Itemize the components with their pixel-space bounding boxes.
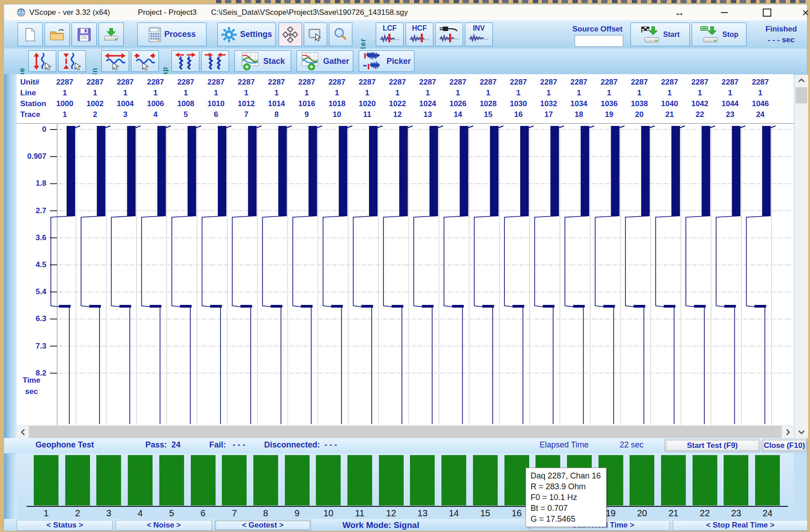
gather-button[interactable]: Gather bbox=[297, 50, 353, 72]
inv-filter-button[interactable]: INV bbox=[465, 22, 493, 46]
stack-button[interactable]: Stack bbox=[234, 50, 291, 72]
geophone-channel-bar[interactable] bbox=[693, 455, 717, 505]
geophone-channel-bar[interactable] bbox=[347, 455, 372, 505]
geophone-channel-bar[interactable] bbox=[65, 455, 90, 505]
close-test-button[interactable]: Close (F10) bbox=[762, 439, 807, 452]
gap-expand-icon bbox=[174, 52, 197, 70]
process-button[interactable]: Process bbox=[137, 22, 207, 46]
save-button[interactable] bbox=[72, 22, 97, 46]
trace-header-station-value: 1010 bbox=[201, 98, 231, 109]
geophone-channel-bar[interactable] bbox=[379, 455, 404, 505]
scroll-right-button[interactable] bbox=[782, 426, 794, 438]
geophone-channel-bar[interactable] bbox=[222, 455, 247, 505]
time-compress-button[interactable] bbox=[58, 50, 86, 72]
gain-decrease-button[interactable] bbox=[131, 50, 159, 72]
trace-header-line-value: 1 bbox=[594, 88, 624, 98]
gap-compress-button[interactable] bbox=[201, 50, 229, 72]
scroll-down-button[interactable] bbox=[795, 426, 808, 438]
trace-header-station-value: 1030 bbox=[504, 98, 533, 109]
geophone-channel-bar[interactable] bbox=[630, 455, 654, 505]
scroll-left-button[interactable] bbox=[17, 426, 29, 438]
display-toolbar: Time Gain Gap Stack bbox=[4, 49, 807, 75]
picker-button[interactable]: Picker bbox=[359, 50, 414, 72]
geophone-channel-bar[interactable] bbox=[724, 455, 748, 505]
scroll-up-button[interactable] bbox=[795, 75, 808, 86]
channel-number-label: 11 bbox=[347, 508, 372, 519]
finished-value: - - - sec bbox=[755, 35, 808, 45]
lcf-label: LCF bbox=[382, 25, 396, 32]
maximize-button[interactable] bbox=[756, 4, 777, 20]
geophone-channel-bar[interactable] bbox=[159, 455, 184, 505]
start-button[interactable]: Start bbox=[630, 22, 690, 46]
resize-icon[interactable]: ↔ bbox=[669, 4, 690, 20]
select-tool-button[interactable] bbox=[304, 22, 327, 46]
hcf-filter-button[interactable]: HCF bbox=[405, 22, 433, 46]
geotest-button[interactable]: < Geotest > bbox=[215, 520, 311, 531]
channel-number-label: 13 bbox=[410, 508, 435, 519]
zoom-tool-button[interactable] bbox=[329, 22, 352, 46]
gain-increase-button[interactable] bbox=[101, 50, 129, 72]
pan-arrows-icon bbox=[283, 27, 298, 43]
trace-header-line-value: 1 bbox=[504, 88, 533, 98]
trace-header-unit-value: 2287 bbox=[80, 77, 110, 88]
trace-header-line-value: 1 bbox=[201, 88, 231, 98]
trace-header-station-value: 1018 bbox=[322, 98, 352, 109]
open-folder-icon bbox=[50, 28, 65, 41]
export-button[interactable] bbox=[99, 22, 124, 46]
geophone-channel-bar[interactable] bbox=[441, 455, 466, 505]
close-button[interactable]: × bbox=[795, 4, 810, 20]
status-button[interactable]: < Status > bbox=[17, 520, 113, 531]
geophone-channel-bar[interactable] bbox=[191, 455, 216, 505]
trace-header-trace-value: 13 bbox=[413, 109, 442, 120]
power-filter-button[interactable] bbox=[435, 22, 463, 46]
stop-real-time-button[interactable]: < Stop Real Time > bbox=[673, 520, 808, 531]
geophone-channel-bar[interactable] bbox=[473, 455, 498, 505]
minimize-button[interactable] bbox=[714, 4, 735, 20]
geophone-channel-bar[interactable] bbox=[128, 455, 153, 505]
trace-header-unit-value: 2287 bbox=[322, 77, 352, 88]
geophone-channel-bar[interactable] bbox=[755, 455, 780, 505]
trace-header-line-value: 1 bbox=[110, 88, 140, 98]
open-file-button[interactable] bbox=[45, 22, 70, 46]
trace-header-line-value: 1 bbox=[141, 88, 171, 98]
vertical-scrollbar[interactable] bbox=[795, 75, 808, 438]
geophone-channel-bar[interactable] bbox=[316, 455, 341, 505]
hcf-label: HCF bbox=[412, 25, 427, 32]
stop-button[interactable]: Stop bbox=[692, 22, 747, 46]
geophone-channel-bar[interactable] bbox=[253, 455, 278, 505]
channel-number-label: 9 bbox=[285, 508, 310, 519]
vertical-scroll-thumb[interactable] bbox=[796, 87, 807, 103]
seismic-trace-display[interactable]: 00.9071.82.73.64.55.46.37.38.2 Time sec bbox=[17, 123, 794, 425]
geophone-test-bar: Geophone Test Pass: 24 Fail: - - - Disco… bbox=[4, 438, 807, 454]
noise-button[interactable]: < Noise > bbox=[116, 520, 212, 531]
project-name: Project - Project3 bbox=[138, 8, 197, 17]
finished-label: Finished bbox=[755, 24, 808, 35]
channel-number-label: 10 bbox=[316, 508, 341, 519]
start-test-button[interactable]: Start Test (F9) bbox=[665, 439, 760, 452]
gain-increase-icon bbox=[104, 52, 126, 70]
trace-header-station-value: 1036 bbox=[594, 98, 624, 109]
trace-header-line-value: 1 bbox=[625, 88, 654, 98]
horizontal-scrollbar[interactable] bbox=[17, 426, 794, 438]
tooltip-resistance: R = 283.9 Ohm bbox=[531, 481, 602, 492]
geophone-channel-bar[interactable] bbox=[661, 455, 686, 505]
geophone-channel-bar[interactable] bbox=[34, 455, 58, 505]
trace-header-line-value: 1 bbox=[292, 88, 322, 98]
gap-expand-button[interactable] bbox=[171, 50, 199, 72]
title-bar[interactable]: VScope - ver 3.32 (x64) Project - Projec… bbox=[4, 4, 807, 20]
source-offset-input[interactable] bbox=[575, 35, 623, 47]
trace-header-station-value: 1016 bbox=[292, 98, 322, 109]
trace-header-line-value: 1 bbox=[443, 88, 473, 98]
settings-button[interactable]: Settings bbox=[217, 22, 276, 46]
disconnected-label: Disconnected: bbox=[264, 440, 320, 450]
lcf-filter-button[interactable]: LCF bbox=[376, 22, 404, 46]
pan-tool-button[interactable] bbox=[279, 22, 302, 46]
start-label: Start bbox=[663, 31, 680, 39]
new-file-button[interactable] bbox=[18, 22, 43, 46]
geophone-channel-bar[interactable] bbox=[96, 455, 121, 505]
geophone-channel-bar[interactable] bbox=[285, 455, 310, 505]
work-mode-label: Work Mode: Signal bbox=[342, 520, 419, 530]
time-expand-button[interactable] bbox=[28, 50, 56, 72]
trace-header-trace-value: 7 bbox=[231, 109, 261, 120]
geophone-channel-bar[interactable] bbox=[410, 455, 435, 505]
